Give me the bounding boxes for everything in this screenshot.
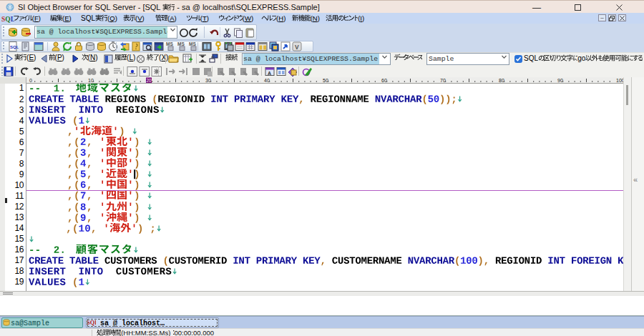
svg-text:MS: MS <box>177 41 185 46</box>
svg-text:80: 80 <box>499 78 504 83</box>
svg-text:0: 0 <box>29 78 32 83</box>
svg-text:30: 30 <box>205 78 211 83</box>
svg-text:70: 70 <box>440 78 446 83</box>
svg-text:MS: MS <box>189 41 196 46</box>
svg-text:A: A <box>268 71 271 76</box>
svg-text:20: 20 <box>147 78 152 83</box>
svg-text:MS: MS <box>166 41 173 46</box>
svg-text:50: 50 <box>323 78 328 83</box>
svg-text:90: 90 <box>557 78 563 83</box>
svg-text:40: 40 <box>264 78 270 83</box>
svg-text:60: 60 <box>381 78 387 83</box>
svg-text:SQL: SQL <box>87 320 96 326</box>
svg-text:10: 10 <box>88 78 94 83</box>
svg-text:100: 100 <box>616 78 623 83</box>
svg-text:SQL: SQL <box>10 45 19 49</box>
svg-text:V: V <box>295 44 299 51</box>
